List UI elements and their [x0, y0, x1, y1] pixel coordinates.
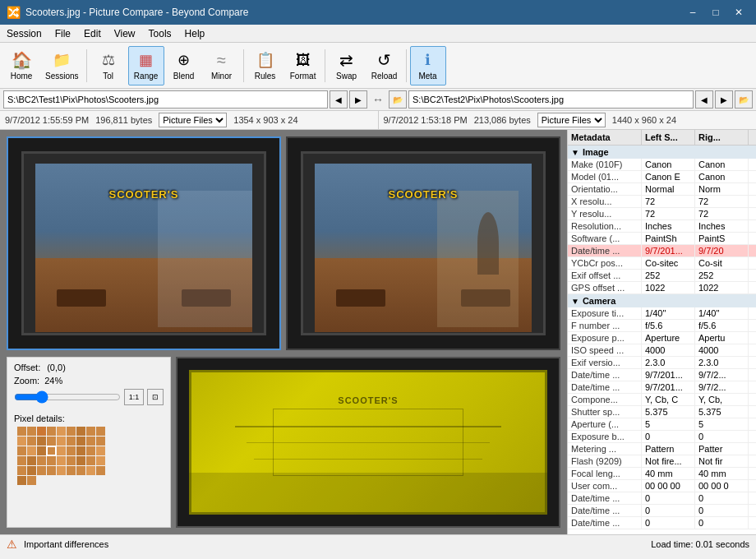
pixel-cell — [86, 456, 95, 465]
menu-edit[interactable]: Edit — [77, 26, 108, 41]
fnumber-right: f/5.6 — [695, 320, 749, 331]
pixel-cell — [76, 456, 85, 465]
swap-label: Swap — [336, 72, 357, 81]
pixel-cell — [57, 456, 66, 465]
camera-collapse-triangle[interactable]: ▼ — [571, 297, 579, 306]
usercomment-left: 00 00 00 — [642, 480, 695, 492]
exposure-field: Exposure ti... — [568, 307, 642, 319]
right-size: 213,086 bytes — [474, 115, 531, 125]
diff-image-panel[interactable]: SCOOTER'S — [176, 357, 560, 528]
meta-row-datetime6: Date/time ... 0 0 — [568, 517, 756, 529]
right-date: 9/7/2012 1:53:18 PM — [384, 115, 468, 125]
zoom-1to1-button[interactable]: 1:1 — [124, 389, 144, 405]
menu-session[interactable]: Session — [0, 26, 48, 41]
pixel-cell — [47, 466, 56, 475]
meta-row-shutter: Shutter sp... 5.375 5.375 — [568, 406, 756, 418]
shutter-left: 5.375 — [642, 406, 695, 418]
left-path-nav-fwd[interactable]: ▶ — [349, 90, 367, 109]
menu-help[interactable]: Help — [178, 26, 212, 41]
orientation-field: Orientatio... — [568, 183, 642, 195]
left-content: SCOOTER'S SCOOTER'S — [0, 130, 567, 534]
left-path-group: ◀ ▶ — [3, 90, 367, 109]
maximize-button[interactable]: □ — [705, 4, 726, 21]
swap-button[interactable]: ⇄ Swap — [329, 46, 365, 85]
fnumber-field: F number ... — [568, 320, 642, 331]
range-button[interactable]: ▦ Range — [128, 46, 164, 85]
left-image-panel[interactable]: SCOOTER'S — [7, 136, 281, 350]
range-label: Range — [134, 72, 158, 81]
components-right: Y, Cb, — [695, 394, 749, 405]
orientation-left: Normal — [642, 183, 695, 195]
left-path-input[interactable] — [3, 90, 328, 109]
format-button[interactable]: 🖼 Format — [285, 46, 321, 85]
left-type-select[interactable]: Picture Files — [159, 113, 227, 127]
pixel-cell — [67, 427, 76, 436]
shutter-field: Shutter sp... — [568, 406, 642, 418]
sessions-button[interactable]: 📁 Sessions — [41, 46, 83, 85]
camera-group-header: ▼ Camera — [568, 294, 756, 307]
right-type-select[interactable]: Picture Files — [537, 113, 606, 127]
tol-icon: ⚖ — [99, 50, 118, 70]
right-path-folder[interactable]: 📂 — [389, 90, 407, 109]
pixel-cell — [96, 466, 105, 475]
zoom-fit-button[interactable]: ⊡ — [147, 389, 164, 405]
pixel-cell — [17, 427, 26, 436]
menu-file[interactable]: File — [48, 26, 77, 41]
menu-view[interactable]: View — [108, 26, 142, 41]
pixel-cell — [27, 427, 36, 436]
load-time: Load time: 0.01 seconds — [651, 539, 749, 549]
blend-button[interactable]: ⊕ Blend — [166, 46, 202, 85]
left-path-nav-back[interactable]: ◀ — [330, 90, 348, 109]
meta-row-gpsoffset: GPS offset ... 1022 1022 — [568, 282, 756, 294]
collapse-triangle[interactable]: ▼ — [571, 148, 579, 157]
model-right: Canon — [695, 171, 749, 182]
home-button[interactable]: 🏠 Home — [3, 46, 39, 85]
right-path-nav-fwd[interactable]: ▶ — [715, 90, 733, 109]
meta-row-make: Make (010F) Canon Canon — [568, 159, 756, 171]
right-path-input[interactable] — [408, 90, 694, 109]
meta-row-exifoffset: Exif offset ... 252 252 — [568, 270, 756, 282]
datetime-right: 9/7/20 — [695, 245, 749, 256]
close-button[interactable]: ✕ — [728, 4, 749, 21]
flash-field: Flash (9209) — [568, 455, 642, 467]
title-bar: 🔀 Scooters.jpg - Picture Compare - Beyon… — [0, 0, 756, 25]
tol-button[interactable]: ⚖ Tol — [90, 46, 127, 85]
pixel-cell — [96, 446, 105, 455]
meta-row-software: Software (... PaintSh PaintS — [568, 233, 756, 245]
meta-icon: ℹ — [418, 50, 438, 70]
images-container: SCOOTER'S SCOOTER'S — [0, 130, 567, 353]
gpsoffset-left: 1022 — [642, 282, 695, 293]
ycbcr-field: YCbCr pos... — [568, 257, 642, 269]
rules-button[interactable]: 📋 Rules — [247, 46, 284, 85]
menu-tools[interactable]: Tools — [142, 26, 178, 41]
meta-row-aperture: Aperture (... 5 5 — [568, 418, 756, 431]
make-left: Canon — [642, 159, 695, 170]
reload-button[interactable]: ↺ Reload — [366, 46, 403, 85]
exifoffset-field: Exif offset ... — [568, 270, 642, 281]
right-path-folder2[interactable]: 📂 — [735, 90, 753, 109]
minimize-button[interactable]: – — [682, 4, 703, 21]
meta-row-datetime2: Date/time ... 9/7/201... 9/7/2... — [568, 369, 756, 381]
meta-header-metadata: Metadata — [568, 130, 642, 145]
datetime5-left: 0 — [642, 505, 695, 516]
minor-button[interactable]: ≈ Minor — [204, 46, 240, 85]
metering-left: Pattern — [642, 443, 695, 455]
meta-row-model: Model (01... Canon E Canon — [568, 171, 756, 183]
components-field: Compone... — [568, 394, 642, 405]
zoom-slider[interactable] — [14, 390, 121, 404]
offset-value: (0,0) — [47, 363, 66, 372]
titlebar-left: 🔀 Scooters.jpg - Picture Compare - Beyon… — [7, 6, 248, 19]
pixel-cell — [76, 446, 85, 455]
zoom-value: 24% — [44, 376, 62, 386]
sessions-label: Sessions — [45, 72, 79, 81]
components-left: Y, Cb, C — [642, 394, 695, 405]
datetime-field: Date/time ... — [568, 245, 642, 256]
meta-row-flash: Flash (9209) Not fire... Not fir — [568, 455, 756, 468]
iso-left: 4000 — [642, 344, 695, 356]
right-path-nav-back[interactable]: ◀ — [695, 90, 713, 109]
right-image-panel[interactable]: SCOOTER'S — [286, 136, 560, 350]
meta-button[interactable]: ℹ Meta — [410, 46, 446, 85]
path-separator: ↔ — [371, 93, 385, 106]
meta-row-exposure: Exposure ti... 1/40" 1/40" — [568, 307, 756, 320]
pixel-cell — [57, 446, 66, 455]
